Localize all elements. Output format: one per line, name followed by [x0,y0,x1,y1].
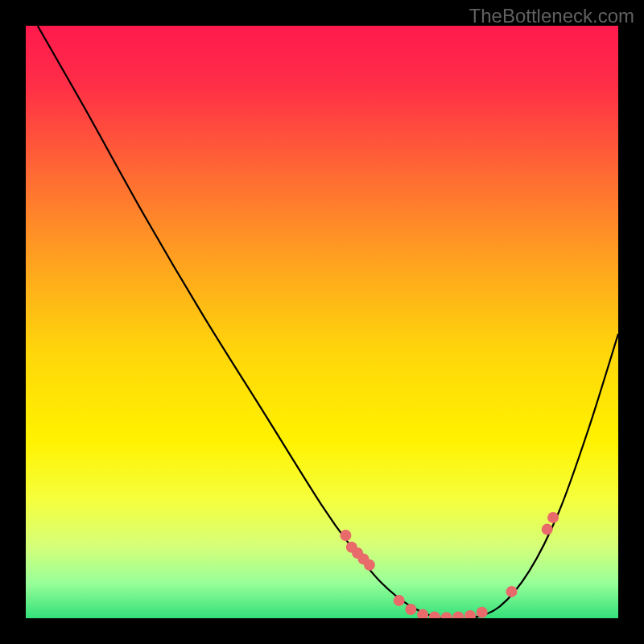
curve-path [38,26,618,618]
marker-point [506,586,518,597]
marker-point [405,604,416,615]
plot-area [26,26,618,618]
marker-point [542,524,553,535]
marker-point [340,530,351,541]
marker-point [464,610,476,618]
marker-point [364,559,375,571]
marker-point [452,612,464,618]
marker-point [429,612,440,618]
marker-point [441,612,452,618]
marker-point [394,595,405,606]
watermark-text: TheBottleneck.com [469,5,634,27]
bottleneck-curve [26,26,618,618]
marker-point [477,607,488,618]
curve-markers [340,512,559,618]
marker-point [547,512,559,523]
